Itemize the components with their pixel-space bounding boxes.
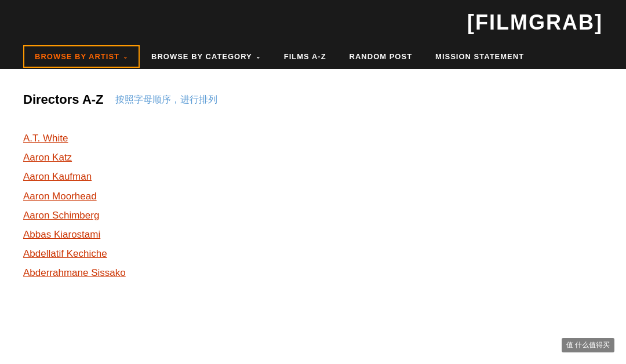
- watermark: 值 什么值得买: [562, 338, 614, 352]
- chevron-down-icon: ⌄: [256, 53, 261, 60]
- director-link-2[interactable]: Aaron Kaufman: [23, 169, 603, 184]
- nav-browse-by-category[interactable]: BROWSE BY CATEGORY ⌄: [140, 44, 272, 69]
- nav-random-post[interactable]: RANDOM POST: [338, 44, 424, 69]
- main-content: Directors A-Z 按照字母顺序，进行排列 A.T. White Aar…: [0, 69, 626, 304]
- director-link-1[interactable]: Aaron Katz: [23, 150, 603, 165]
- nav-browse-by-artist[interactable]: BROWSE BY ARTIST ⌄: [23, 45, 140, 68]
- watermark-text: 值 什么值得买: [566, 341, 610, 349]
- nav-films-az-label: FILMS A-Z: [284, 52, 326, 61]
- main-nav: BROWSE BY ARTIST ⌄ BROWSE BY CATEGORY ⌄ …: [0, 44, 626, 69]
- nav-mission-statement[interactable]: MISSION STATEMENT: [424, 44, 536, 69]
- chevron-down-icon: ⌄: [123, 53, 128, 60]
- director-link-7[interactable]: Abderrahmane Sissako: [23, 265, 603, 281]
- director-link-3[interactable]: Aaron Moorhead: [23, 188, 603, 204]
- director-link-5[interactable]: Abbas Kiarostami: [23, 227, 603, 242]
- section-title: Directors A-Z: [23, 92, 104, 107]
- nav-films-az[interactable]: FILMS A-Z: [272, 44, 338, 69]
- section-subtitle: 按照字母顺序，进行排列: [115, 94, 217, 106]
- nav-browse-by-artist-label: BROWSE BY ARTIST: [35, 52, 119, 61]
- director-link-4[interactable]: Aaron Schimberg: [23, 208, 603, 223]
- section-header: Directors A-Z 按照字母顺序，进行排列: [23, 92, 603, 107]
- site-header: [FILMGRAB]: [0, 0, 626, 44]
- directors-list: A.T. White Aaron Katz Aaron Kaufman Aaro…: [23, 130, 603, 281]
- site-title: [FILMGRAB]: [467, 10, 603, 35]
- nav-random-post-label: RANDOM POST: [350, 52, 413, 61]
- nav-mission-statement-label: MISSION STATEMENT: [435, 52, 524, 61]
- director-link-0[interactable]: A.T. White: [23, 130, 603, 146]
- nav-browse-by-category-label: BROWSE BY CATEGORY: [151, 52, 252, 61]
- director-link-6[interactable]: Abdellatif Kechiche: [23, 246, 603, 261]
